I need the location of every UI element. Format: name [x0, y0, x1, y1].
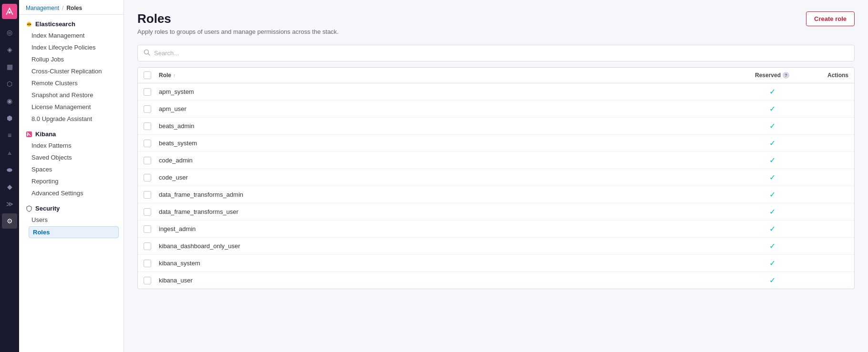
sidebar-item-spaces[interactable]: Spaces: [19, 163, 124, 175]
reserved-check-2: ✓: [744, 121, 801, 131]
sidebar-item-license-management[interactable]: License Management: [19, 101, 124, 113]
nav-icon-uptime[interactable]: ⬬: [2, 162, 17, 177]
role-name-8: ingest_admin: [159, 225, 744, 232]
sidebar-item-users[interactable]: Users: [19, 214, 124, 226]
search-icon: [144, 49, 150, 57]
row-checkbox-6[interactable]: [144, 191, 151, 199]
row-checkbox-1[interactable]: [144, 105, 151, 113]
table-row: beats_system ✓: [138, 135, 854, 152]
svg-point-3: [27, 134, 29, 135]
reserved-check-6: ✓: [744, 190, 801, 199]
sidebar-item-cross-cluster-replication[interactable]: Cross-Cluster Replication: [19, 65, 124, 77]
col-header-reserved: Reserved ?: [744, 72, 801, 79]
row-checkbox-8[interactable]: [144, 225, 151, 233]
nav-icon-canvas[interactable]: ⬡: [2, 76, 17, 91]
nav-icon-visualize[interactable]: ◈: [2, 42, 17, 57]
row-checkbox-0[interactable]: [144, 88, 151, 96]
kibana-section-title: Kibana: [35, 131, 56, 138]
table-row: ingest_admin ✓: [138, 221, 854, 238]
sidebar-breadcrumb: Management / Roles: [19, 0, 124, 15]
row-checkbox-3[interactable]: [144, 140, 151, 147]
table-row: kibana_user ✓: [138, 272, 854, 289]
page-title-block: Roles Apply roles to groups of users and…: [137, 11, 339, 35]
breadcrumb-current: Roles: [66, 5, 82, 11]
sidebar-item-index-patterns[interactable]: Index Patterns: [19, 140, 124, 151]
reserved-check-5: ✓: [744, 173, 801, 182]
table-row: code_admin ✓: [138, 152, 854, 169]
select-all-checkbox[interactable]: [144, 71, 151, 79]
sidebar-item-rollup-jobs[interactable]: Rollup Jobs: [19, 53, 124, 65]
nav-icon-infra[interactable]: ≡: [2, 128, 17, 143]
breadcrumb-management[interactable]: Management: [26, 5, 59, 11]
table-row: kibana_dashboard_only_user ✓: [138, 238, 854, 255]
reserved-check-11: ✓: [744, 276, 801, 285]
logo: [2, 4, 17, 19]
sidebar: Management / Roles Elasticsearch Index M…: [19, 0, 124, 352]
elasticsearch-icon: [26, 21, 32, 28]
sidebar-item-snapshot-restore[interactable]: Snapshot and Restore: [19, 89, 124, 101]
page-header: Roles Apply roles to groups of users and…: [137, 11, 855, 35]
row-checkbox-4[interactable]: [144, 157, 151, 164]
svg-line-5: [148, 54, 150, 56]
table-row: code_user ✓: [138, 169, 854, 186]
sidebar-item-upgrade-assistant[interactable]: 8.0 Upgrade Assistant: [19, 113, 124, 125]
sidebar-item-advanced-settings[interactable]: Advanced Settings: [19, 187, 124, 199]
sidebar-item-roles[interactable]: Roles: [29, 226, 119, 238]
reserved-check-1: ✓: [744, 104, 801, 113]
page-title: Roles: [137, 11, 339, 26]
nav-icon-devtools[interactable]: ≫: [2, 196, 17, 211]
reserved-check-7: ✓: [744, 207, 801, 216]
nav-icon-security[interactable]: ◆: [2, 179, 17, 194]
reserved-info-icon[interactable]: ?: [783, 72, 789, 79]
sidebar-item-index-lifecycle-policies[interactable]: Index Lifecycle Policies: [19, 41, 124, 53]
row-checkbox-2[interactable]: [144, 122, 151, 130]
nav-icon-maps[interactable]: ◉: [2, 93, 17, 109]
table-row: kibana_system ✓: [138, 255, 854, 272]
breadcrumb-separator: /: [62, 5, 63, 11]
table-header: Role ↑ Reserved ? Actions: [138, 68, 854, 83]
reserved-check-0: ✓: [744, 87, 801, 96]
row-checkbox-5[interactable]: [144, 174, 151, 181]
nav-icon-discover[interactable]: ◎: [2, 25, 17, 40]
elasticsearch-section-header: Elasticsearch: [19, 15, 124, 30]
row-checkbox-7[interactable]: [144, 208, 151, 216]
role-name-10: kibana_system: [159, 260, 744, 267]
kibana-section-header: Kibana: [19, 125, 124, 140]
role-name-2: beats_admin: [159, 122, 744, 130]
icon-rail: ◎ ◈ ▦ ⬡ ◉ ⬢ ≡ ⟁ ⬬ ◆ ≫ ⚙: [0, 0, 19, 352]
table-row: apm_system ✓: [138, 83, 854, 101]
role-name-4: code_admin: [159, 157, 744, 164]
elasticsearch-section-title: Elasticsearch: [35, 20, 75, 28]
main-content: Roles Apply roles to groups of users and…: [124, 0, 868, 352]
col-header-actions: Actions: [801, 72, 848, 79]
role-name-5: code_user: [159, 174, 744, 181]
security-section-header: Security: [19, 199, 124, 214]
sidebar-item-reporting[interactable]: Reporting: [19, 175, 124, 187]
sidebar-item-remote-clusters[interactable]: Remote Clusters: [19, 77, 124, 89]
sidebar-item-index-management[interactable]: Index Management: [19, 30, 124, 41]
nav-icon-apm[interactable]: ⟁: [2, 145, 17, 160]
roles-table: Role ↑ Reserved ? Actions apm_system ✓ a…: [137, 67, 855, 289]
search-input[interactable]: [154, 50, 848, 57]
col-header-role: Role ↑: [159, 72, 744, 79]
row-checkbox-10[interactable]: [144, 260, 151, 267]
sidebar-item-saved-objects[interactable]: Saved Objects: [19, 151, 124, 163]
table-row: data_frame_transforms_user ✓: [138, 203, 854, 221]
nav-icon-dashboard[interactable]: ▦: [2, 59, 17, 74]
col-label-actions: Actions: [827, 72, 848, 79]
role-name-3: beats_system: [159, 140, 744, 147]
svg-point-0: [9, 11, 11, 14]
table-row: apm_user ✓: [138, 101, 854, 118]
col-label-reserved: Reserved: [755, 72, 781, 79]
table-row: beats_admin ✓: [138, 118, 854, 135]
security-section-icon: [26, 205, 32, 212]
table-row: data_frame_transforms_admin ✓: [138, 186, 854, 203]
create-role-button[interactable]: Create role: [806, 11, 855, 26]
row-checkbox-9[interactable]: [144, 242, 151, 250]
sort-icon-role[interactable]: ↑: [173, 73, 176, 78]
row-checkbox-11[interactable]: [144, 277, 151, 284]
nav-icon-management[interactable]: ⚙: [2, 213, 17, 229]
nav-icon-ml[interactable]: ⬢: [2, 111, 17, 126]
search-bar: [137, 45, 855, 61]
role-name-0: apm_system: [159, 88, 744, 95]
